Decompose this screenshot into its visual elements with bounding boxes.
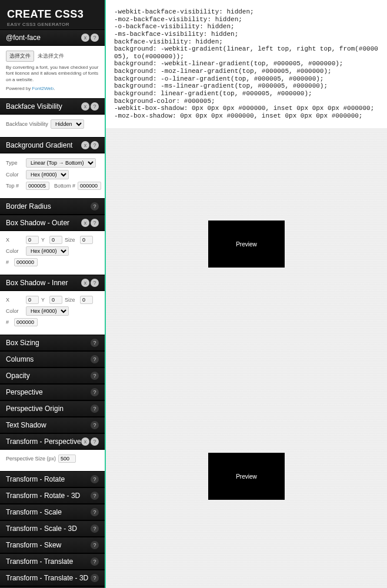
shadow-inner-color-select[interactable]: Hex (#000) [26, 306, 69, 316]
perspective-size-input[interactable] [58, 455, 76, 463]
main: -webkit-backface-visibility: hidden; -mo… [106, 0, 387, 588]
section-perspective[interactable]: Perspective? [0, 384, 105, 400]
section-columns[interactable]: Columns? [0, 351, 105, 368]
section-shadow-outer-title: Box Shadow - Outer [6, 219, 81, 227]
shadow-outer-hash-label: # [6, 259, 12, 265]
gradient-type-label: Type [6, 160, 24, 166]
section-transform-perspective[interactable]: Transform - Perspective x ? [0, 433, 105, 450]
section-opacity[interactable]: Opacity? [0, 368, 105, 384]
section-shadow-inner[interactable]: Box Shadow - Inner x ? [0, 275, 105, 291]
shadow-outer-color-label: Color [6, 248, 24, 254]
close-icon[interactable]: x [81, 34, 89, 42]
section-shadow-outer[interactable]: Box Shadow - Outer x ? [0, 215, 105, 231]
section-transform-translate[interactable]: Transform - Translate? [0, 553, 105, 570]
powered-by: Powered by Font2Web. [6, 86, 99, 92]
shadow-inner-size-label: Size [65, 297, 78, 303]
font-face-desc: By converting a font, you have checked y… [6, 65, 99, 83]
help-icon[interactable]: ? [91, 524, 99, 533]
section-transform-perspective-title: Transform - Perspective [6, 437, 81, 446]
help-icon[interactable]: ? [91, 34, 99, 42]
close-icon[interactable]: x [81, 141, 89, 149]
close-icon[interactable]: x [81, 279, 89, 287]
file-status: 未选择文件 [38, 53, 64, 59]
section-box-sizing[interactable]: Box Sizing? [0, 335, 105, 351]
section-backface-title: Backface Visibility [6, 102, 81, 111]
help-icon[interactable]: ? [91, 279, 99, 287]
shadow-outer-x-input[interactable] [26, 236, 39, 244]
section-transform-rotate-3d[interactable]: Transform - Rotate - 3D? [0, 487, 105, 504]
app-tagline: EASY CSS3 GENERATOR [7, 22, 98, 27]
shadow-inner-x-label: X [6, 297, 24, 303]
backface-label: Backface Visibility [6, 121, 48, 127]
help-icon[interactable]: ? [91, 574, 99, 582]
section-transform-scale-3d[interactable]: Transform - Scale - 3D? [0, 520, 105, 537]
help-icon[interactable]: ? [91, 557, 99, 566]
gradient-color-label: Color [6, 172, 24, 178]
help-icon[interactable]: ? [91, 219, 99, 227]
gradient-bottom-input[interactable] [78, 182, 101, 190]
close-icon[interactable]: x [81, 219, 89, 227]
shadow-inner-y-input[interactable] [49, 296, 62, 304]
section-border-radius[interactable]: Border Radius ? [0, 198, 105, 215]
shadow-outer-color-select[interactable]: Hex (#000) [26, 246, 69, 256]
section-backface[interactable]: Backface Visibility x ? [0, 98, 105, 115]
shadow-outer-size-input[interactable] [80, 236, 93, 244]
help-icon[interactable]: ? [91, 202, 99, 211]
section-border-radius-title: Border Radius [6, 202, 91, 211]
shadow-outer-size-label: Size [65, 237, 78, 243]
help-icon[interactable]: ? [91, 388, 99, 396]
font2web-link[interactable]: Font2Web [32, 86, 54, 91]
shadow-outer-y-label: Y [41, 237, 47, 243]
gradient-color-select[interactable]: Hex (#000) [26, 170, 69, 179]
perspective-size-label: Perspective Size (px) [6, 456, 56, 462]
section-transform-skew[interactable]: Transform - Skew? [0, 537, 105, 553]
help-icon[interactable]: ? [91, 141, 99, 149]
help-icon[interactable]: ? [91, 508, 99, 516]
brand: CREATE CSS3 EASY CSS3 GENERATOR [0, 0, 105, 29]
sidebar: CREATE CSS3 EASY CSS3 GENERATOR @font-fa… [0, 0, 106, 588]
code-output[interactable]: -webkit-backface-visibility: hidden; -mo… [106, 0, 387, 128]
help-icon[interactable]: ? [91, 421, 99, 429]
section-text-shadow[interactable]: Text Shadow? [0, 417, 105, 433]
section-font-face[interactable]: @font-face x ? [0, 29, 105, 46]
shadow-outer-x-label: X [6, 237, 24, 243]
preview-box-1: Preview [208, 220, 285, 268]
help-icon[interactable]: ? [91, 541, 99, 549]
shadow-inner-hash-input[interactable] [14, 318, 38, 326]
gradient-bottom-label: Bottom # [52, 183, 75, 189]
file-choose-button[interactable]: 选择文件 [6, 51, 34, 62]
help-icon[interactable]: ? [91, 355, 99, 363]
close-icon[interactable]: x [81, 437, 89, 446]
help-icon[interactable]: ? [91, 339, 99, 347]
shadow-inner-hash-label: # [6, 319, 12, 325]
section-shadow-inner-title: Box Shadow - Inner [6, 279, 81, 287]
close-icon[interactable]: x [81, 102, 89, 111]
help-icon[interactable]: ? [91, 437, 99, 446]
backface-select[interactable]: Hidden [51, 119, 84, 129]
section-transform-scale[interactable]: Transform - Scale? [0, 504, 105, 520]
section-gradient-title: Background Gradient [6, 141, 81, 149]
shadow-inner-size-input[interactable] [80, 296, 93, 304]
panel-transform-perspective: Perspective Size (px) [0, 450, 105, 471]
section-perspective-origin[interactable]: Perspective Origin? [0, 400, 105, 417]
help-icon[interactable]: ? [91, 372, 99, 380]
shadow-inner-x-input[interactable] [26, 296, 39, 304]
section-gradient[interactable]: Background Gradient x ? [0, 137, 105, 153]
shadow-inner-color-label: Color [6, 308, 24, 314]
panel-font-face: 选择文件 未选择文件 By converting a font, you hav… [0, 46, 105, 98]
shadow-inner-y-label: Y [41, 297, 47, 303]
preview-stage-1: Preview [106, 128, 387, 360]
section-transform-rotate[interactable]: Transform - Rotate? [0, 471, 105, 487]
help-icon[interactable]: ? [91, 405, 99, 413]
shadow-outer-hash-input[interactable] [14, 258, 38, 266]
gradient-top-input[interactable] [26, 182, 49, 190]
shadow-outer-y-input[interactable] [49, 236, 62, 244]
section-transform-translate-3d[interactable]: Transform - Translate - 3D? [0, 570, 105, 586]
gradient-type-select[interactable]: Linear (Top → Bottom) [26, 158, 96, 168]
help-icon[interactable]: ? [91, 492, 99, 500]
section-transform-origin[interactable]: Transform Origin? [0, 586, 105, 588]
section-font-face-title: @font-face [6, 34, 81, 42]
help-icon[interactable]: ? [91, 102, 99, 111]
panel-backface: Backface Visibility Hidden [0, 115, 105, 137]
help-icon[interactable]: ? [91, 475, 99, 483]
